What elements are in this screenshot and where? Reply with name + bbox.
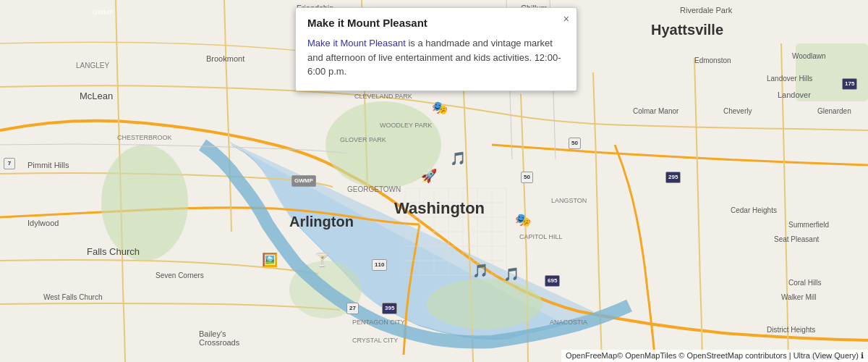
road-shield-rt110: 110 <box>372 259 387 271</box>
road-shield-rt695: 695 <box>545 275 560 287</box>
map-attribution: OpenFreeMap© OpenMapTiles © OpenStreetMa… <box>561 350 868 362</box>
road-shield-rt7: 7 <box>4 158 15 169</box>
popup-title: Make it Mount Pleasant <box>307 17 565 29</box>
road-shield-rt27: 27 <box>346 303 359 314</box>
road-shield-rt295: 295 <box>665 172 681 183</box>
svg-rect-4 <box>796 43 868 101</box>
road-shield-gwmp2: GWMP <box>292 175 316 187</box>
svg-point-3 <box>427 279 542 329</box>
road-shield-rt50: 50 <box>569 138 581 149</box>
svg-point-0 <box>101 145 188 261</box>
popup-link[interactable]: Make it Mount Pleasant <box>307 38 406 49</box>
road-shield-rt50b: 50 <box>521 172 533 183</box>
popup-close-button[interactable]: × <box>563 14 569 24</box>
map: FriendshipChillumGWMPRiverdale ParkHyatt… <box>0 0 868 362</box>
svg-point-1 <box>326 101 441 188</box>
info-popup: × Make it Mount Pleasant Make it Mount P… <box>295 7 577 91</box>
road-shield-rt175: 175 <box>842 78 857 90</box>
road-shield-rt395: 395 <box>382 303 397 314</box>
popup-body: Make it Mount Pleasant is a handmade and… <box>307 36 565 79</box>
